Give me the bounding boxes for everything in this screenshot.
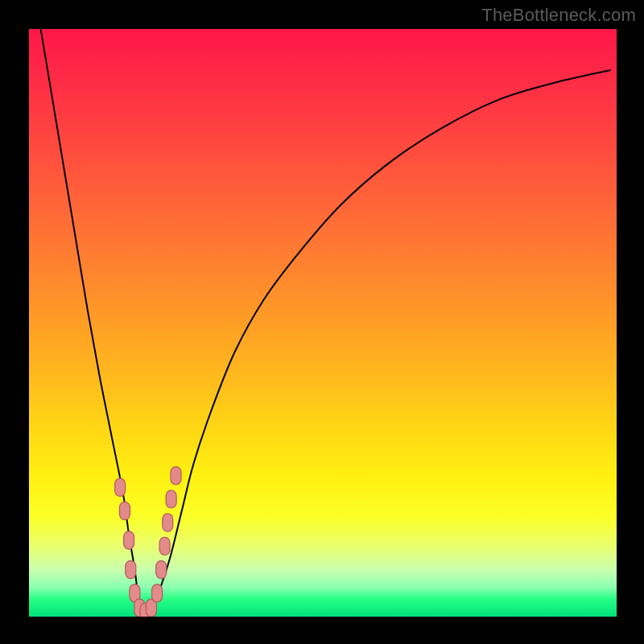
markers-group (115, 467, 181, 617)
data-marker (124, 531, 134, 549)
data-marker (115, 478, 126, 496)
plot-area (29, 29, 617, 617)
bottleneck-curve (41, 29, 611, 613)
chart-frame: TheBottleneck.com (0, 0, 644, 644)
data-marker (159, 537, 170, 555)
watermark-text: TheBottleneck.com (481, 5, 636, 26)
chart-svg (29, 29, 617, 617)
data-marker (171, 467, 181, 485)
data-marker (163, 514, 173, 531)
data-marker (166, 490, 176, 508)
data-marker (156, 561, 167, 579)
data-marker (119, 502, 130, 520)
data-marker (126, 561, 136, 579)
data-marker (152, 584, 163, 602)
